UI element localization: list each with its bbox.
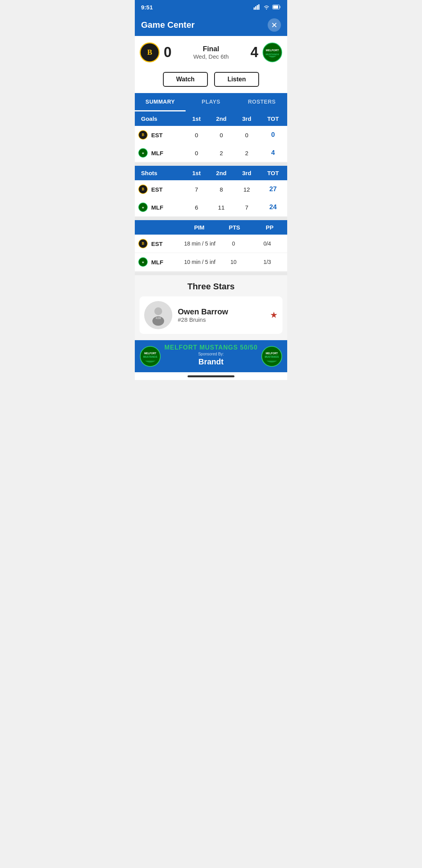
shots-section: Shots 1st 2nd 3rd TOT B EST 7 8 12 27	[135, 166, 287, 216]
est-logo-extra: B	[138, 239, 148, 249]
pp-header: PP	[252, 224, 287, 231]
svg-point-24	[154, 307, 162, 315]
shots-mlf-row: M MLF 6 11 7 24	[135, 198, 287, 216]
brand-logo: Brandt	[191, 357, 231, 366]
svg-text:Brandt: Brandt	[198, 357, 224, 366]
mlf-pim: 10 min / 5 inf	[183, 259, 216, 265]
banner: MELFORT MUSTANGS MELFORT MUSTANGS 50/50 …	[135, 340, 287, 372]
star-info: Owen Barrow #28 Bruins	[178, 307, 265, 323]
svg-text:MELFORT: MELFORT	[266, 352, 278, 355]
est-pts: 0	[216, 240, 250, 247]
game-info: Final Wed, Dec 6th	[193, 45, 229, 60]
svg-point-4	[266, 9, 267, 9]
goals-section: Goals 1st 2nd 3rd TOT B EST 0 0 0 0	[135, 111, 287, 162]
goals-table: Goals 1st 2nd 3rd TOT B EST 0 0 0 0	[135, 111, 287, 162]
mlf-pp: 1/3	[250, 259, 284, 265]
app-header: Game Center	[135, 14, 287, 36]
svg-text:B: B	[142, 242, 145, 246]
close-button[interactable]	[268, 18, 281, 32]
banner-text-area: MELFORT MUSTANGS 50/50 Sponsored By: Bra…	[161, 344, 261, 368]
divider-1	[135, 163, 287, 166]
svg-text:#28: #28	[156, 316, 161, 320]
shots-col-header: Shots	[135, 166, 185, 180]
mlf-logo-goals: M	[138, 148, 148, 158]
est-logo-shots: B	[138, 184, 148, 194]
star-detail: #28 Bruins	[178, 316, 265, 323]
mlf-logo-extra: M	[138, 257, 148, 267]
close-icon	[271, 22, 278, 29]
shots-1st-header: 1st	[185, 166, 208, 180]
banner-logo-right: MELFORT MUSTANGS	[261, 346, 283, 367]
header-title: Game Center	[141, 20, 195, 30]
tab-bar: SUMMARY PLAYS ROSTERS	[135, 93, 287, 111]
svg-text:MUSTANGS: MUSTANGS	[143, 355, 157, 358]
goals-header-row: Goals 1st 2nd 3rd TOT	[135, 111, 287, 126]
svg-rect-0	[254, 7, 255, 10]
tab-plays[interactable]: PLAYS	[186, 93, 236, 111]
svg-text:M: M	[142, 261, 144, 264]
extra-est-row: B EST 18 min / 5 inf 0 0/4	[135, 235, 287, 253]
extra-stats-section: PIM PTS PP B EST 18 min / 5 inf 0 0/4 M …	[135, 220, 287, 271]
signal-icon	[254, 4, 261, 10]
wifi-icon	[263, 4, 270, 10]
status-bar: 9:51	[135, 0, 287, 14]
extra-stats-header: PIM PTS PP	[135, 220, 287, 235]
goals-3rd-header: 3rd	[234, 111, 259, 126]
svg-text:MUSTANGS: MUSTANGS	[266, 53, 279, 56]
away-team: 4 MELFORT MUSTANGS	[250, 42, 283, 63]
mlf-team-cell: M MLF	[138, 148, 182, 158]
player-avatar-image: #28	[147, 303, 170, 327]
divider-3	[135, 272, 287, 275]
banner-main-text: MELFORT MUSTANGS 50/50	[161, 344, 261, 351]
home-team-score: 0	[164, 44, 172, 61]
game-status: Final	[193, 45, 229, 53]
extra-mlf-row: M MLF 10 min / 5 inf 10 1/3	[135, 253, 287, 271]
three-stars-section: Three Stars #28 Owen Barrow #28 Bruins ★	[135, 275, 287, 340]
svg-rect-6	[273, 5, 278, 9]
star-favorite-icon[interactable]: ★	[270, 310, 278, 320]
svg-text:B: B	[142, 133, 145, 137]
goals-2nd-header: 2nd	[208, 111, 235, 126]
goals-1st-header: 1st	[185, 111, 208, 126]
home-indicator	[135, 372, 287, 380]
shots-est-row: B EST 7 8 12 27	[135, 180, 287, 198]
svg-rect-1	[255, 6, 256, 10]
est-team-cell-shots: B EST	[138, 184, 182, 194]
player-avatar: #28	[144, 301, 172, 329]
goals-est-row: B EST 0 0 0 0	[135, 126, 287, 144]
mlf-pts: 10	[216, 259, 250, 265]
score-section: B 0 Final Wed, Dec 6th 4 MELFORT MUSTANG…	[135, 36, 287, 69]
tab-summary[interactable]: SUMMARY	[135, 93, 186, 111]
watch-button[interactable]: Watch	[163, 72, 208, 87]
est-pim: 18 min / 5 inf	[183, 240, 216, 247]
away-team-logo: MELFORT MUSTANGS	[262, 42, 283, 63]
status-icons	[254, 4, 281, 10]
listen-button[interactable]: Listen	[214, 72, 259, 87]
est-pp: 0/4	[250, 240, 284, 247]
svg-text:MELFORT: MELFORT	[266, 49, 279, 52]
est-logo-goals: B	[138, 130, 148, 140]
svg-text:B: B	[147, 48, 152, 56]
action-buttons: Watch Listen	[135, 69, 287, 93]
svg-rect-3	[258, 4, 259, 10]
svg-rect-2	[257, 5, 258, 10]
home-team: B 0	[139, 42, 172, 63]
home-bar	[188, 375, 234, 377]
shots-header-row: Shots 1st 2nd 3rd TOT	[135, 166, 287, 180]
svg-point-9	[263, 43, 282, 62]
star-name: Owen Barrow	[178, 307, 265, 316]
shots-tot-header: TOT	[259, 166, 287, 180]
tab-rosters[interactable]: ROSTERS	[236, 93, 287, 111]
mlf-logo-shots: M	[138, 202, 148, 212]
banner-logo-left: MELFORT MUSTANGS	[139, 346, 161, 367]
shots-table: Shots 1st 2nd 3rd TOT B EST 7 8 12 27	[135, 166, 287, 216]
est-team-cell: B EST	[138, 130, 182, 140]
est-extra-team: B EST	[138, 239, 183, 249]
away-team-score: 4	[250, 44, 258, 61]
shots-2nd-header: 2nd	[208, 166, 235, 180]
pim-header: PIM	[182, 224, 217, 231]
goals-mlf-row: M MLF 0 2 2 4	[135, 144, 287, 162]
status-time: 9:51	[141, 4, 153, 11]
banner-sponsored: Sponsored By:	[161, 352, 261, 356]
home-team-logo: B	[139, 42, 160, 63]
